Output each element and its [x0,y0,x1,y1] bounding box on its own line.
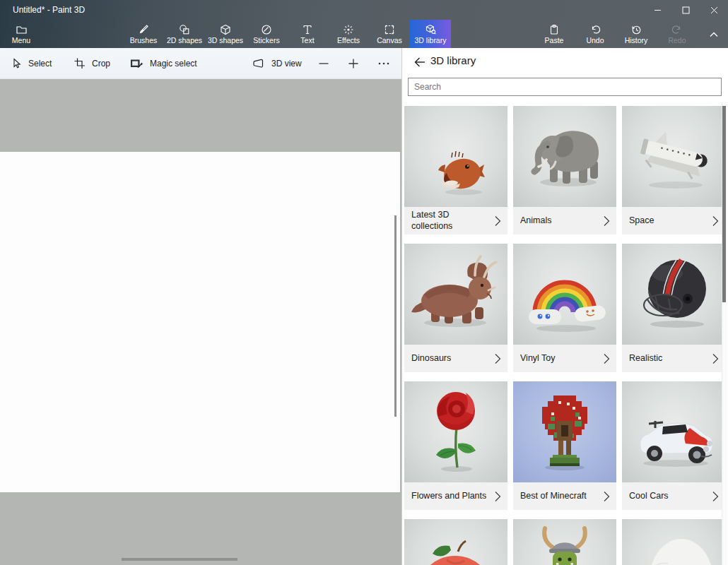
search-input[interactable] [408,78,722,96]
canvas-horizontal-scrollbar[interactable] [122,558,237,561]
chevron-right-icon [712,215,719,227]
undo-button[interactable]: Undo [575,20,616,48]
back-button[interactable] [409,52,430,72]
effects-icon [343,24,354,35]
card-caption: Flowers and Plants [404,482,507,510]
tab-canvas[interactable]: Canvas [369,20,410,48]
3d-view-icon [252,58,265,69]
window-title: Untitled* - Paint 3D [13,5,85,15]
card-realistic[interactable]: Realistic [622,244,725,372]
card-animals[interactable]: Animals [513,106,616,234]
select-tool[interactable]: Select [10,48,52,78]
paint3d-window: Untitled* - Paint 3D Menu Brushes 2 [0,0,728,565]
crop-icon [74,57,86,69]
canvas-vertical-scrollbar[interactable] [394,215,397,417]
card-space[interactable]: Space [622,106,725,234]
minimize-button[interactable] [643,0,671,20]
select-label: Select [28,59,52,69]
orc-thumbnail [513,519,616,565]
3d-shapes-icon [220,24,231,35]
magic-select-label: Magic select [150,59,197,69]
menu-button[interactable]: Menu [4,20,38,48]
chevron-right-icon [604,491,610,502]
minecraft-tree-thumbnail [513,381,616,482]
drawing-canvas[interactable] [0,152,400,492]
magic-select-tool[interactable]: Magic select [130,48,197,78]
menu-icon [16,24,28,35]
canvas-backdrop [0,79,401,565]
chevron-right-icon [712,491,719,502]
card-flowers-and-plants[interactable]: Flowers and Plants [404,381,507,510]
tab-2d-shapes[interactable]: 2D shapes [164,20,205,48]
card-caption: Animals [513,207,616,234]
canvas-toolbar: Select Crop Magic select 3D view [0,48,401,79]
undo-icon [589,24,601,35]
chevron-right-icon [495,353,501,364]
chevron-up-icon [709,31,719,38]
maximize-button[interactable] [671,0,700,20]
paste-button[interactable]: Paste [534,20,575,48]
3d-library-panel: 3D library [401,48,728,565]
chevron-right-icon [495,491,501,502]
minimize-icon [654,6,662,14]
fish-thumbnail [404,106,507,207]
card-dinosaurs[interactable]: Dinosaurs [404,244,507,372]
chevron-right-icon [604,215,610,227]
tab-3d-shapes[interactable]: 3D shapes [205,20,246,48]
apple-thumbnail [404,519,507,565]
tab-3d-library[interactable]: 3D library [410,20,451,48]
zoom-out-button[interactable] [318,48,329,78]
window-controls [643,0,728,20]
card-head-partial[interactable] [622,519,725,565]
rose-thumbnail [404,381,507,482]
card-apple-partial[interactable] [404,519,507,565]
chevron-right-icon [604,353,610,364]
chevron-right-icon [495,215,501,227]
ribbon-history-tools: Paste Undo History Redo [534,20,698,48]
history-button[interactable]: History [616,20,657,48]
redo-button[interactable]: Redo [657,20,698,48]
crop-label: Crop [92,59,110,69]
elephant-thumbnail [513,106,616,207]
crop-tool[interactable]: Crop [74,48,110,78]
menu-label: Menu [12,37,30,44]
2d-shapes-icon [179,24,190,35]
tab-brushes[interactable]: Brushes [123,20,164,48]
close-button[interactable] [700,0,728,20]
plus-icon [348,58,359,69]
triceratops-thumbnail [404,244,507,345]
rainbow-thumbnail [513,244,616,345]
paste-icon [548,24,560,35]
ellipsis-icon [377,58,390,69]
collapse-ribbon-button[interactable] [703,25,724,44]
more-options-button[interactable] [377,48,390,78]
football-helmet-thumbnail [622,244,725,345]
card-orc-partial[interactable] [513,519,616,565]
card-cool-cars[interactable]: Cool Cars [622,381,725,510]
card-best-of-minecraft[interactable]: Best of Minecraft [513,381,616,510]
tab-effects[interactable]: Effects [328,20,369,48]
card-latest-3d-collections[interactable]: Latest 3D collections [404,106,507,234]
panel-title: 3D library [430,54,476,66]
minus-icon [318,58,329,69]
select-cursor-icon [10,57,22,69]
history-icon [630,24,642,35]
text-icon [302,24,313,35]
panel-scrollbar-track[interactable] [722,102,727,565]
card-vinyl-toy[interactable]: Vinyl Toy [513,244,616,372]
redo-icon [671,24,683,35]
tab-stickers[interactable]: Stickers [246,20,287,48]
card-caption: Latest 3D collections [404,207,507,234]
mannequin-head-thumbnail [622,519,725,565]
stickers-icon [261,24,272,35]
card-caption: Best of Minecraft [513,482,616,510]
close-icon [710,6,718,14]
brushes-icon [138,24,149,35]
3d-library-icon [425,24,437,35]
panel-scrollbar-thumb[interactable] [722,106,726,302]
3d-view-label: 3D view [271,59,302,69]
card-caption: Dinosaurs [404,345,507,372]
tab-text[interactable]: Text [287,20,328,48]
3d-view-tool[interactable]: 3D view [252,48,302,78]
zoom-in-button[interactable] [348,48,359,78]
